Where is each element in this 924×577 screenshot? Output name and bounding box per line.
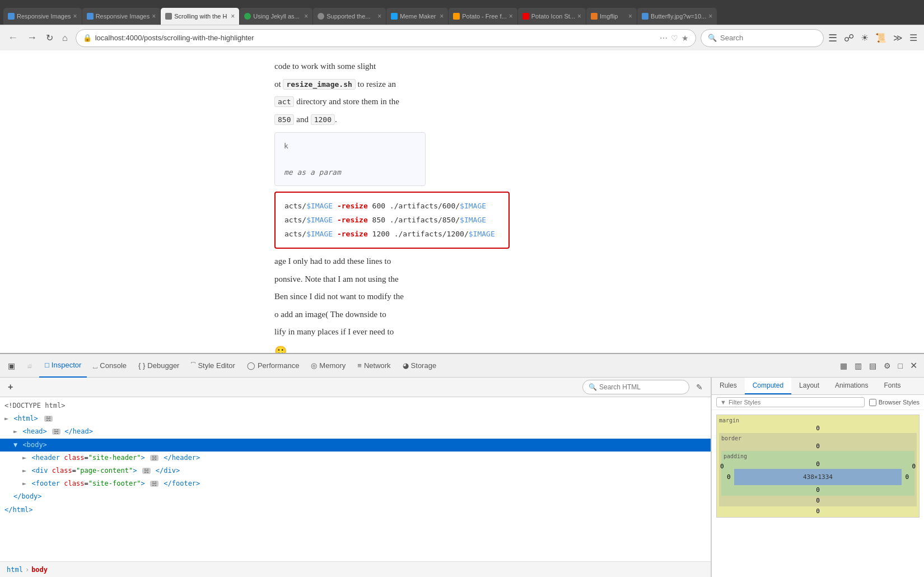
tab-label-1: Responsive Images <box>17 13 71 20</box>
header-badge: ☵ <box>150 455 158 461</box>
customize-icon[interactable]: ☀ <box>858 30 871 45</box>
para-7: Ben since I did not want to modify the <box>274 290 902 304</box>
library-icon[interactable]: ☰ <box>826 30 839 46</box>
html-line-html-close[interactable]: </html> <box>0 504 711 516</box>
tab-1[interactable]: Responsive Images × <box>3 8 82 25</box>
filter-input-container[interactable]: ▼ <box>716 397 865 407</box>
html-line-footer[interactable]: ► <footer class="site-footer"> ☵ </foote… <box>0 477 711 490</box>
tab-close-2[interactable]: × <box>152 12 156 20</box>
html-line-header[interactable]: ► <header class="site-header"> ☵ </heade… <box>0 452 711 464</box>
performance-tab[interactable]: ◯ Performance <box>241 354 305 378</box>
html-line-head[interactable]: ► <head> ☵ </head> <box>0 425 711 438</box>
rules-tab[interactable]: Rules <box>712 378 745 394</box>
tab-favicon-8 <box>522 13 529 20</box>
search-html-input[interactable] <box>599 383 683 391</box>
tab-label-6: Meme Maker <box>400 13 437 20</box>
browser-styles-checkbox[interactable] <box>869 399 876 406</box>
content-inner: code to work with some slight ot resize_… <box>269 50 924 353</box>
footer-badge: ☵ <box>150 481 158 487</box>
tab-close-3[interactable]: × <box>231 12 235 20</box>
tab-close-8[interactable]: × <box>577 12 581 20</box>
computed-tab[interactable]: Computed <box>745 378 791 394</box>
forward-button[interactable]: → <box>24 30 40 45</box>
hamburger-icon[interactable]: ☰ <box>907 30 920 45</box>
code-block-2-line-3: acts/$IMAGE -resize 1200 ./artifacts/120… <box>284 227 500 241</box>
tab-3-active[interactable]: Scrolling with the H × <box>161 8 239 25</box>
breadcrumb-html[interactable]: html <box>7 566 23 574</box>
tab-close-10[interactable]: × <box>708 12 712 20</box>
inspector-tab[interactable]: □ Inspector <box>39 354 87 378</box>
network-tab[interactable]: ≡ Network <box>352 354 396 378</box>
tab-favicon-9 <box>591 13 598 20</box>
html-line-body-close[interactable]: </body> <box>0 490 711 503</box>
tab-close-4[interactable]: × <box>304 12 308 20</box>
tab-6[interactable]: Meme Maker × <box>386 8 448 25</box>
star-icon[interactable]: ★ <box>682 34 689 43</box>
edit-html-button[interactable]: ✎ <box>693 381 706 393</box>
split-vertical-button[interactable]: ▥ <box>851 359 865 373</box>
console-icon: ⎵ <box>93 361 97 370</box>
tab-close-5[interactable]: × <box>377 12 381 20</box>
synced-tabs-icon[interactable]: ☍ <box>842 30 856 46</box>
console-tab[interactable]: ⎵ Console <box>87 354 132 378</box>
home-button[interactable]: ⌂ <box>59 31 71 45</box>
tab-label-4: Using Jekyll as... <box>253 13 302 20</box>
inspector-label: Inspector <box>52 361 81 369</box>
responsive-toggle-button[interactable]: ▤ <box>866 359 880 373</box>
search-bar[interactable]: 🔍 <box>701 29 824 47</box>
footer-expand-icon: ► <box>22 480 26 487</box>
devtools-undock-button[interactable]: □ <box>895 359 906 373</box>
style-editor-tab[interactable]: ⎴ Style Editor <box>185 354 240 378</box>
tab-close-7[interactable]: × <box>509 12 513 20</box>
url-more-icon[interactable]: ⋯ <box>660 34 668 43</box>
memory-label: Memory <box>319 361 346 370</box>
memory-tab[interactable]: ◎ Memory <box>305 354 351 378</box>
tab-7[interactable]: Potato - Free f... × <box>449 8 517 25</box>
url-lock-icon: 🔒 <box>83 34 92 42</box>
tab-favicon-1 <box>8 13 15 20</box>
add-node-button[interactable]: + <box>4 381 16 393</box>
search-input[interactable] <box>720 34 816 42</box>
tab-5[interactable]: Supported the... × <box>313 8 386 25</box>
split-horizontal-button[interactable]: ▦ <box>837 359 851 373</box>
html-line-body[interactable]: ▼ <body> <box>0 439 711 452</box>
debugger-tab[interactable]: { } Debugger <box>133 354 185 378</box>
tab-9[interactable]: Imgflip × <box>586 8 637 25</box>
browser-styles-label[interactable]: Browser Styles <box>869 399 920 406</box>
fonts-tab[interactable]: Fonts <box>876 378 908 394</box>
html-expand-icon: ► <box>4 415 8 422</box>
responsive-design-button[interactable]: ◽ <box>20 359 39 373</box>
breadcrumb-body[interactable]: body <box>31 566 48 574</box>
para-6: ponsive. Note that I am not using the <box>274 272 902 287</box>
div-expand-icon: ► <box>22 467 26 474</box>
overflow-icon[interactable]: ≫ <box>891 30 905 45</box>
back-button[interactable]: ← <box>4 30 21 45</box>
storage-tab[interactable]: ◕ Storage <box>397 354 442 378</box>
tab-favicon-2 <box>87 13 94 20</box>
pocket-icon[interactable]: 📜 <box>873 30 889 45</box>
inspect-element-button[interactable]: ▣ <box>3 359 20 373</box>
tab-4[interactable]: Using Jekyll as... × <box>240 8 312 25</box>
tab-close-1[interactable]: × <box>73 12 77 20</box>
devtools-close-button[interactable]: ✕ <box>907 358 921 373</box>
margin-bottom-val: 0 <box>816 508 820 515</box>
search-icon: 🔍 <box>708 34 717 42</box>
animations-tab[interactable]: Animations <box>827 378 876 394</box>
tab-2[interactable]: Responsive Images × <box>82 8 161 25</box>
tab-10[interactable]: Butterfly.jpg?w=10... × <box>637 8 717 25</box>
debugger-label: Debugger <box>147 361 179 370</box>
tab-8[interactable]: Potato Icon St... × <box>518 8 586 25</box>
filter-funnel-icon: ▼ <box>720 399 726 406</box>
tab-close-6[interactable]: × <box>440 12 444 20</box>
layout-tab[interactable]: Layout <box>791 378 827 394</box>
tab-close-9[interactable]: × <box>628 12 632 20</box>
url-bar[interactable]: 🔒 localhost:4000/posts/scrolling-with-th… <box>76 29 696 47</box>
settings-button[interactable]: ⚙ <box>880 359 894 373</box>
code-resize-sh: resize_image.sh <box>283 79 355 90</box>
html-line-html[interactable]: ► <html> ☵ <box>0 412 711 425</box>
bookmark-icon[interactable]: ♡ <box>671 34 678 43</box>
html-line-doctype[interactable]: <!DOCTYPE html> <box>0 399 711 412</box>
reload-button[interactable]: ↻ <box>43 31 57 45</box>
filter-styles-input[interactable] <box>729 399 861 406</box>
html-line-div[interactable]: ► <div class="page-content"> ☵ </div> <box>0 464 711 477</box>
